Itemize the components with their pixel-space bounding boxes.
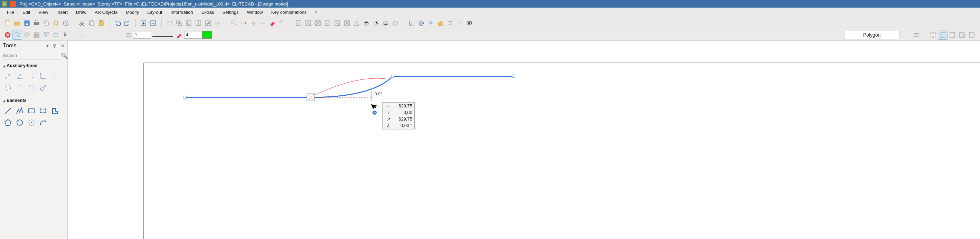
layout-d-icon[interactable] [967, 30, 977, 40]
menu-file[interactable]: File [3, 8, 18, 16]
layers-icon[interactable] [22, 30, 32, 40]
drawing-canvas[interactable]: 0.0° ↔629,75 ↕0,00 ↗629,75 ∡0,00 ° [68, 41, 980, 239]
el-pentagon[interactable] [2, 117, 14, 128]
layout-c-icon[interactable] [957, 30, 967, 40]
clock-icon[interactable] [61, 18, 70, 28]
lines-icon[interactable] [912, 30, 921, 40]
eraser-icon[interactable] [268, 18, 277, 28]
double-t-icon[interactable] [445, 18, 455, 28]
aux-cross[interactable] [49, 70, 61, 82]
minus-box-icon[interactable] [148, 18, 158, 28]
menu-settings[interactable]: Settings [218, 8, 243, 16]
copy-icon[interactable] [87, 18, 96, 28]
el-line[interactable] [2, 105, 14, 117]
undo-icon[interactable] [113, 18, 123, 28]
menu-window[interactable]: Window [243, 8, 267, 16]
section-aux-lines[interactable]: Auxiliary-lines [0, 62, 67, 70]
menu-draw[interactable]: Draw [72, 8, 91, 16]
pin-icon[interactable] [426, 18, 436, 28]
linetype-icon[interactable] [123, 30, 133, 40]
save-icon[interactable] [22, 18, 32, 28]
circle-box-icon[interactable] [184, 18, 194, 28]
menu-modify[interactable]: Modify [122, 8, 143, 16]
menu-keys[interactable]: Key combinations [267, 8, 311, 16]
x-box-3[interactable] [313, 18, 323, 28]
print-icon[interactable] [32, 18, 41, 28]
menu-extras[interactable]: Extras [197, 8, 218, 16]
pointer-icon[interactable] [61, 30, 70, 40]
x-box-6[interactable] [342, 18, 352, 28]
x-box-1[interactable] [294, 18, 304, 28]
globe-icon[interactable] [417, 18, 426, 28]
crosshair-icon[interactable] [248, 18, 258, 28]
aux-circle-dash[interactable] [2, 82, 14, 93]
el-arc-point[interactable] [37, 117, 49, 128]
section-elements[interactable]: Elements [0, 97, 67, 104]
panel-pin-icon[interactable]: ⚲ [53, 43, 56, 48]
paste-icon[interactable] [96, 18, 106, 28]
dim-line-icon[interactable] [77, 30, 87, 40]
el-rect-handles[interactable] [37, 105, 49, 117]
reload-icon[interactable] [51, 18, 61, 28]
redo-icon[interactable] [123, 18, 132, 28]
new-file-icon[interactable] [3, 18, 13, 28]
color-swatch[interactable] [202, 31, 212, 39]
aux-angle[interactable] [14, 70, 25, 82]
plus-box-icon[interactable] [138, 18, 148, 28]
panel-close-icon[interactable]: ✕ [61, 43, 65, 48]
house-icon[interactable] [436, 18, 445, 28]
pen-angle-icon[interactable] [277, 18, 287, 28]
aux-square-dots[interactable] [25, 82, 37, 93]
search-input[interactable] [3, 52, 61, 59]
pen-icon[interactable] [175, 30, 184, 40]
target-icon[interactable] [51, 30, 61, 40]
cube-c-icon[interactable] [381, 18, 390, 28]
el-polyline[interactable] [14, 105, 25, 117]
triangle-up-icon[interactable] [352, 18, 361, 28]
stack-icon[interactable] [32, 30, 41, 40]
layout-a-icon[interactable] [938, 30, 948, 40]
menu-insert[interactable]: Insert [52, 8, 72, 16]
dashed-sel-icon[interactable] [928, 30, 938, 40]
cursor-select-icon[interactable] [13, 30, 22, 40]
panel-dropdown-icon[interactable]: ▾ [46, 43, 49, 48]
dim-arrow-icon[interactable] [239, 18, 248, 28]
search-icon[interactable]: 🔍 [61, 52, 68, 59]
aux-perp-arrow[interactable] [25, 70, 37, 82]
menu-help[interactable]: ? [311, 8, 321, 16]
check-box-icon[interactable] [203, 18, 213, 28]
menu-view[interactable]: View [34, 8, 52, 16]
aux-corner[interactable] [37, 70, 49, 82]
arc-icon[interactable] [455, 18, 465, 28]
split-box-icon[interactable] [194, 18, 203, 28]
menu-layout[interactable]: Lay-out [143, 8, 166, 16]
menu-edit[interactable]: Edit [18, 8, 34, 16]
box-dash-icon[interactable] [164, 18, 174, 28]
cube-b-icon[interactable] [371, 18, 381, 28]
cube-d-icon[interactable] [390, 18, 400, 28]
el-rect[interactable] [25, 105, 37, 117]
shape-name-field[interactable]: Polygon [844, 31, 899, 39]
cube-a-icon[interactable] [361, 18, 371, 28]
x-box-5[interactable] [332, 18, 342, 28]
el-l-shape[interactable] [49, 105, 61, 117]
filter-pointer-icon[interactable] [41, 30, 51, 40]
double-box-icon[interactable] [174, 18, 184, 28]
pen-input[interactable] [184, 31, 202, 39]
layout-b-icon[interactable] [948, 30, 957, 40]
spread-icon[interactable] [258, 18, 268, 28]
linetype-input[interactable] [133, 31, 151, 39]
aux-diag-dash[interactable] [2, 70, 14, 82]
el-circle[interactable] [14, 117, 25, 128]
menu-ar[interactable]: AR Objects [91, 8, 122, 16]
menu-info[interactable]: Information [167, 8, 197, 16]
close-x-icon[interactable] [3, 30, 13, 40]
axis-icon[interactable] [407, 18, 417, 28]
x-box-2[interactable] [304, 18, 313, 28]
cut-icon[interactable] [77, 18, 87, 28]
open-folder-icon[interactable] [13, 18, 22, 28]
copy-storey-icon[interactable] [41, 18, 51, 28]
el-target[interactable] [25, 117, 37, 128]
circ-target-icon[interactable] [213, 18, 223, 28]
dim-move-icon[interactable] [229, 18, 239, 28]
